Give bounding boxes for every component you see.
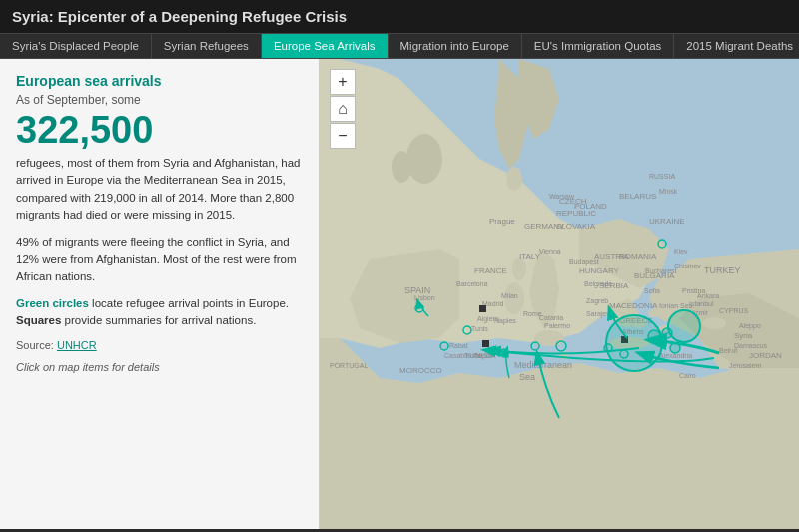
svg-text:Vienna: Vienna [539,248,561,255]
svg-text:Sea: Sea [519,372,535,382]
map-svg: SPAIN FRANCE GERMANY POLAND BELARUS UKRA… [320,59,799,529]
svg-text:ITALY: ITALY [519,252,541,261]
svg-text:HUNGARY: HUNGARY [579,266,620,275]
svg-text:Syria: Syria [734,331,753,340]
svg-point-87 [668,310,700,342]
source-text: Source: UNHCR [16,339,303,351]
svg-text:BELARUS: BELARUS [619,192,656,201]
svg-text:PORTUGAL: PORTUGAL [330,362,368,369]
svg-point-5 [702,317,726,329]
click-hint: Click on map items for details [16,361,303,373]
svg-text:MACEDONIA: MACEDONIA [609,301,658,310]
svg-text:Sofia: Sofia [644,287,660,294]
svg-text:Aleppo: Aleppo [739,322,761,330]
svg-text:Mediterranean: Mediterranean [514,360,572,370]
svg-text:JORDAN: JORDAN [749,351,782,360]
svg-text:Istanbul: Istanbul [689,300,714,307]
svg-text:Tunis: Tunis [471,325,488,332]
svg-text:Warsaw: Warsaw [549,193,575,200]
svg-text:CYPRUS: CYPRUS [719,307,749,314]
svg-text:RUSSIA: RUSSIA [649,173,675,180]
tab-eu-quotas[interactable]: EU's Immigration Quotas [522,34,674,58]
svg-text:Milan: Milan [501,292,518,299]
map-controls: + ⌂ − [330,69,356,150]
svg-text:Belgrade: Belgrade [584,280,612,288]
svg-text:Budapest: Budapest [569,258,599,266]
zoom-in-button[interactable]: + [330,69,356,95]
map-container[interactable]: SPAIN FRANCE GERMANY POLAND BELARUS UKRA… [320,59,799,529]
svg-text:Minsk: Minsk [659,188,678,195]
description: refugees, most of them from Syria and Af… [16,155,303,224]
svg-text:Prague: Prague [489,217,515,226]
big-number: 322,500 [16,111,303,149]
section-title: European sea arrivals [16,73,303,89]
tab-bar: Syria's Displaced People Syrian Refugees… [0,34,799,59]
svg-text:Barcelona: Barcelona [456,280,488,287]
svg-point-86 [606,315,662,371]
svg-text:FRANCE: FRANCE [474,266,507,275]
svg-text:REPUBLIC: REPUBLIC [556,209,596,218]
svg-text:Bucharest: Bucharest [645,267,677,274]
svg-text:TURKEY: TURKEY [704,266,741,275]
svg-point-12 [506,167,522,191]
squares-label: Squares [16,314,61,326]
green-circles-label: Green circles [16,297,89,309]
svg-text:MOROCCO: MOROCCO [400,366,442,375]
sidebar: European sea arrivals As of September, s… [0,59,320,529]
svg-text:Tripoli: Tripoli [474,352,493,360]
tab-europe-sea[interactable]: Europe Sea Arrivals [262,34,389,58]
extra-text: 49% of migrants were fleeing the conflic… [16,234,303,285]
tab-displaced[interactable]: Syria's Displaced People [0,34,152,58]
tab-migrant-deaths[interactable]: 2015 Migrant Deaths [674,34,799,58]
main-content: European sea arrivals As of September, s… [0,59,799,529]
svg-text:Kiev: Kiev [674,248,688,255]
home-button[interactable]: ⌂ [330,96,356,122]
svg-text:Ankara: Ankara [697,292,719,299]
svg-text:Rabat: Rabat [449,342,468,349]
svg-text:Jerusalem: Jerusalem [729,362,761,369]
svg-text:Damascus: Damascus [734,342,768,349]
svg-text:ROMANIA: ROMANIA [619,252,657,261]
svg-text:Ionian Sea: Ionian Sea [659,302,693,309]
zoom-out-button[interactable]: − [330,123,356,149]
svg-text:Palermo: Palermo [544,322,570,329]
source-link[interactable]: UNHCR [57,339,97,351]
svg-point-10 [406,134,442,184]
svg-rect-77 [479,305,486,312]
svg-text:Zagreb: Zagreb [586,297,608,305]
svg-text:Naples: Naples [494,317,516,325]
svg-text:Catania: Catania [539,314,563,321]
as-of-text: As of September, some [16,93,303,107]
tab-migration[interactable]: Migration into Europe [389,34,522,58]
page-title: Syria: Epicenter of a Deepening Refugee … [0,0,799,34]
svg-text:SLOVAKIA: SLOVAKIA [556,222,596,231]
svg-point-11 [392,151,411,183]
svg-text:Chisinev: Chisinev [674,263,701,269]
svg-text:UKRAINE: UKRAINE [649,217,685,226]
svg-point-89 [662,328,672,338]
legend-text: Green circles locate refugee arrival poi… [16,295,303,330]
tab-syrian-refugees[interactable]: Syrian Refugees [152,34,262,58]
svg-text:Cairo: Cairo [679,372,696,379]
svg-text:Lisbon: Lisbon [414,294,435,301]
svg-rect-82 [482,340,489,347]
